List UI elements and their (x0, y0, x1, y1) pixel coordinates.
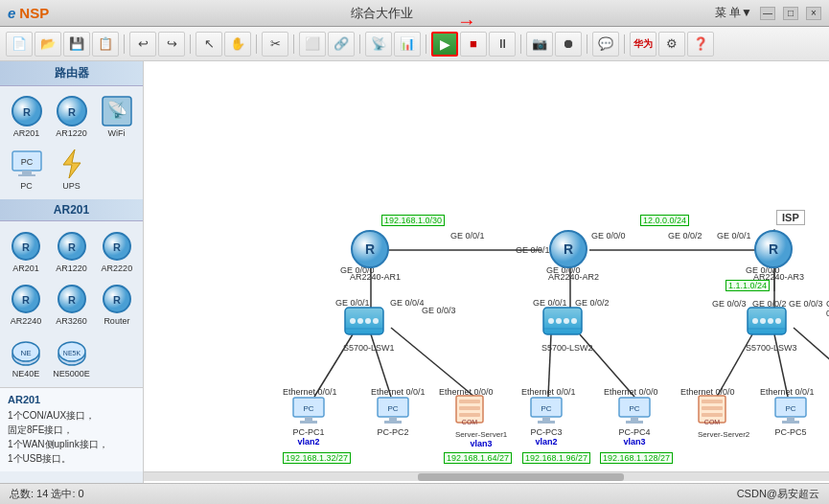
device-ar3260[interactable]: R AR3260 (50, 280, 93, 329)
play-button[interactable]: ▶ (431, 32, 458, 57)
svg-rect-69 (305, 417, 312, 421)
pc4-node[interactable]: PC PC-PC4 vlan3 (618, 397, 651, 447)
ar3-node[interactable]: R AR2240-AR3 (753, 229, 804, 282)
open-button[interactable]: 📂 (35, 32, 61, 57)
huawei-button[interactable]: 华为 (630, 32, 656, 57)
horizontal-scrollbar[interactable] (144, 471, 829, 481)
svg-text:R: R (113, 241, 121, 253)
ne5000e-node-icon: NE5K (56, 335, 88, 368)
scrollbar-thumb[interactable] (418, 473, 624, 481)
ar201-icon: R (11, 95, 43, 127)
svg-rect-86 (631, 417, 638, 421)
sep8 (587, 34, 587, 54)
stop-button[interactable]: ■ (460, 32, 487, 57)
lightning-label: UPS (62, 181, 81, 191)
pc5-node[interactable]: PC PC-PC5 (774, 397, 807, 437)
ar2240-node-label: AR2240 (11, 316, 42, 326)
device-item-lightning[interactable]: UPS (51, 145, 92, 194)
save-button[interactable]: 💾 (63, 32, 90, 57)
ar2-node[interactable]: R AR2240-AR2 (548, 229, 599, 282)
svg-text:NE: NE (21, 349, 32, 357)
wifi-icon: 📡 (101, 95, 133, 127)
menu-item[interactable]: 菜 单▼ (715, 5, 752, 21)
svg-rect-91 (702, 406, 723, 410)
saveas-button[interactable]: 📋 (92, 32, 119, 57)
svg-point-65 (768, 318, 773, 324)
record-button[interactable]: ⏺ (555, 32, 582, 57)
device-ne5000e[interactable]: NE5K NE5000E (50, 332, 93, 381)
srv2-node[interactable]: COM Server-Server2 (698, 395, 749, 439)
capture-button[interactable]: 📡 (365, 32, 392, 57)
console-button[interactable]: 💬 (592, 32, 619, 57)
device-ar1220[interactable]: R AR1220 (50, 227, 93, 276)
snapshot-button[interactable]: 📷 (526, 32, 553, 57)
pc3-node[interactable]: PC PC-PC3 vlan2 (530, 397, 563, 447)
router-node-icon: R (101, 283, 133, 315)
device-ar2240[interactable]: R AR2240 (6, 280, 46, 329)
lsw2-node[interactable]: S5700-LSW2 (541, 306, 593, 353)
ar1220-icon: R (56, 95, 88, 127)
ip-bottom-2: 192.168.1.64/27 (444, 452, 512, 464)
device-desc-title: AR201 (8, 394, 135, 405)
svg-text:R: R (68, 294, 76, 306)
ne5000e-node-label: NE5000E (53, 369, 90, 378)
undo-button[interactable]: ↩ (129, 32, 156, 57)
port-ge002-1: GE 0/0/2 (668, 231, 702, 241)
sep4 (293, 34, 294, 54)
device-router[interactable]: R Router (97, 280, 137, 329)
svg-point-66 (775, 318, 781, 324)
device-ne40e[interactable]: NE NE40E (6, 332, 46, 381)
svg-text:R: R (22, 294, 30, 306)
pc1-node[interactable]: PC PC-PC1 vlan2 (292, 397, 325, 447)
srv1-node[interactable]: COM Server-Server1 vlan3 (455, 395, 507, 448)
pause-button[interactable]: ⏸ (489, 32, 516, 57)
ne40e-node-icon: NE (10, 335, 42, 368)
lsw1-node[interactable]: S5700-LSW1 (343, 306, 395, 353)
help-button[interactable]: ❓ (687, 32, 714, 57)
drag-button[interactable]: ✋ (224, 32, 251, 57)
svg-point-52 (357, 318, 363, 324)
network-canvas[interactable]: ISP 192.168.1.0/30 12.0.0.0/24 1.1.1.0/2… (144, 61, 829, 483)
link-button[interactable]: 🔗 (328, 32, 355, 57)
ar201-label: AR201 (13, 128, 40, 138)
svg-rect-92 (702, 413, 723, 417)
win-close[interactable]: × (806, 7, 821, 20)
svg-text:COM: COM (462, 419, 478, 425)
svg-text:PC: PC (20, 157, 33, 167)
pc2-node[interactable]: PC PC-PC2 (377, 397, 409, 437)
redo-button[interactable]: ↪ (158, 32, 185, 57)
svg-text:PC: PC (785, 404, 795, 413)
ar3260-node-icon: R (56, 283, 88, 315)
device-item-pc-sidebar[interactable]: PC PC (6, 145, 47, 194)
device-item-ar201[interactable]: R AR201 (6, 92, 47, 141)
win-restore[interactable]: □ (783, 7, 798, 20)
device-ar201[interactable]: R AR201 (6, 227, 46, 276)
titlebar: eNSP 综合大作业 菜 单▼ — □ × (0, 0, 829, 27)
app-logo: eNSP (8, 5, 49, 21)
ar1-node[interactable]: R AR2240-AR1 (350, 229, 401, 282)
new-button[interactable]: 📄 (6, 32, 33, 57)
stats-button[interactable]: 📊 (394, 32, 421, 57)
ar2240-node-icon: R (10, 283, 42, 315)
port-ge003-lsw3: GE 0/0/3 (712, 299, 747, 309)
device-item-ar1220[interactable]: R AR1220 (51, 92, 92, 141)
svg-rect-74 (384, 421, 402, 424)
ar201-node-icon: R (10, 230, 42, 263)
device-grid: R AR201 R AR1220 📡 WiFi PC (0, 86, 143, 199)
device-ar2220[interactable]: R AR2220 (97, 227, 137, 276)
area-button[interactable]: ⬜ (299, 32, 326, 57)
lsw3-node[interactable]: S5700-LSW3 (746, 306, 797, 353)
svg-point-53 (365, 318, 371, 324)
svg-text:R: R (365, 241, 375, 257)
device-item-wifi[interactable]: 📡 WiFi (96, 92, 137, 141)
select-button[interactable]: ↖ (196, 32, 222, 57)
win-minimize[interactable]: — (760, 7, 775, 20)
sep6 (426, 34, 426, 54)
settings-button[interactable]: ⚙ (658, 32, 685, 57)
delete-button[interactable]: ✂ (262, 32, 288, 57)
ar2220-node-icon: R (101, 230, 133, 263)
pc-sidebar-label: PC (20, 181, 33, 191)
svg-text:R: R (564, 241, 573, 257)
svg-text:PC: PC (629, 404, 639, 413)
ar2220-node-label: AR2220 (102, 263, 133, 273)
